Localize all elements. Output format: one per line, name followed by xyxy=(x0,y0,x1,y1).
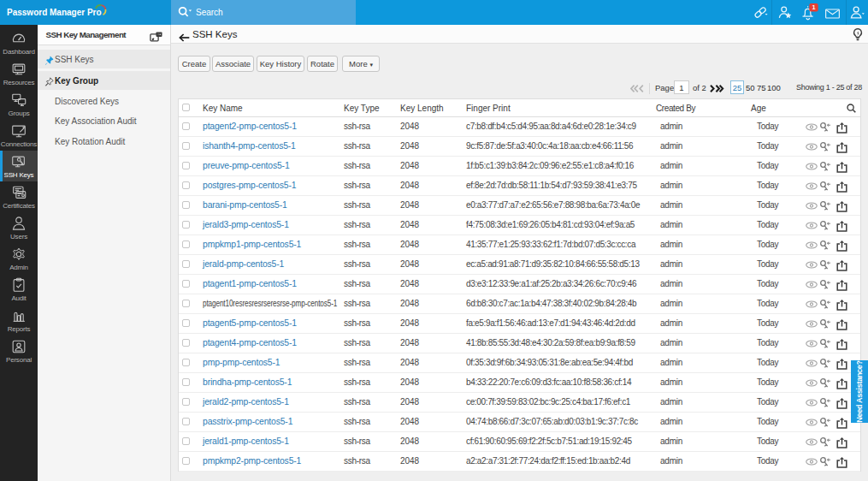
svg-text:1: 1 xyxy=(812,3,815,11)
